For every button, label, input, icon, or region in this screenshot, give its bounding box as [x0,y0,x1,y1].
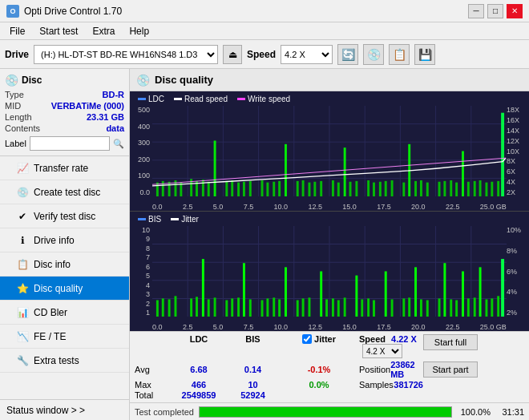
legend-ldc-label: LDC [148,95,164,103]
legend-read-label: Read speed [184,95,228,103]
menu-start-test[interactable]: Start test [33,24,84,38]
disc-quality-header: 💿 Disc quality [130,69,529,91]
drive-selector[interactable]: (H:) HL-DT-ST BD-RE WH16NS48 1.D3 [34,45,218,64]
svg-rect-28 [261,180,264,196]
drive-info-icon: ℹ [16,234,29,247]
transfer-rate-icon: 📈 [16,162,29,175]
y-label-100: 100 [130,172,152,180]
sidebar-item-create-test-disc[interactable]: 💿 Create test disc [0,180,129,204]
svg-rect-21 [208,182,210,196]
svg-rect-31 [278,181,281,196]
disc-mid-row: MID VERBATiMe (000) [5,101,124,111]
disc-type-value: BD-R [103,90,125,99]
status-window-button[interactable]: Status window > > [0,399,129,420]
x-label-22-5-bottom: 22.5 [446,323,460,331]
status-text: Test completed [135,407,194,417]
minimize-button[interactable]: ─ [468,4,484,18]
sidebar-label-cd-bier: CD Bler [34,307,67,318]
start-part-button[interactable]: Start part [423,361,478,378]
avg-jitter: -0.1% [279,365,359,374]
x-label-25-top: 25.0 GB [480,203,507,211]
sidebar-item-transfer-rate[interactable]: 📈 Transfer rate [0,156,129,180]
disc-label-icon[interactable]: 🔍 [113,139,124,149]
total-label: Total [135,390,171,400]
y-label-10-b: 10 [130,226,152,234]
legend-ldc: LDC [138,95,164,103]
sidebar: 💿 Disc Type BD-R MID VERBATiMe (000) Len… [0,69,130,420]
svg-rect-54 [443,181,446,196]
disc-info-icon: 📋 [16,258,29,271]
legend-write-label: Write speed [248,95,290,103]
menu-help[interactable]: Help [123,24,155,38]
svg-rect-58 [467,182,470,196]
y-label-400: 400 [130,123,152,131]
svg-rect-80 [168,299,171,317]
sidebar-item-disc-info[interactable]: 📋 Disc info [0,252,129,277]
close-button[interactable]: ✕ [507,4,523,18]
svg-rect-45 [379,182,382,196]
disc-mid-value: VERBATiMe (000) [51,101,124,111]
y-right-12x: 12X [507,137,529,145]
y-axis-right-bottom: 10% 8% 6% 4% 2% [507,226,529,317]
svg-rect-81 [175,296,177,317]
eject-button[interactable]: ⏏ [223,45,242,64]
jitter-checkbox[interactable] [302,334,312,344]
svg-rect-27 [249,181,252,196]
svg-rect-30 [273,182,275,196]
svg-rect-37 [320,181,322,196]
menu-extra[interactable]: Extra [86,24,121,38]
svg-rect-40 [344,147,346,196]
svg-rect-105 [355,276,357,317]
svg-rect-106 [361,299,363,317]
svg-rect-108 [373,300,375,317]
svg-rect-112 [408,297,410,317]
svg-rect-96 [285,267,287,317]
title-bar-controls: ─ □ ✕ [468,4,523,18]
speed-selector[interactable]: 4.2 X [281,45,333,64]
disc-icon-button[interactable]: 💿 [363,44,384,65]
sidebar-item-drive-info[interactable]: ℹ Drive info [0,228,129,252]
sidebar-label-disc-info: Disc info [34,259,71,270]
progress-bar-outer [199,406,452,418]
refresh-button[interactable]: 🔄 [337,44,358,65]
top-chart: LDC Read speed Write speed 500 400 30 [130,91,529,212]
svg-rect-55 [450,180,452,196]
y-right-10x: 10X [507,147,529,155]
samples-value: 381726 [394,380,423,390]
stats-panel: LDC BIS Jitter Speed 4.22 X 4.2 X [130,331,529,402]
svg-rect-36 [313,182,316,196]
sidebar-nav: 📈 Transfer rate 💿 Create test disc ✔ Ver… [0,156,129,399]
svg-rect-120 [462,272,464,317]
y-axis-right-top: 18X 16X 14X 12X 10X 8X 6X 4X 2X [507,106,529,196]
x-label-5-top: 5.0 [213,203,224,211]
x-label-0-top: 0.0 [152,203,163,211]
max-bis: 10 [227,380,279,390]
sidebar-item-extra-tests[interactable]: 🔧 Extra tests [0,349,129,373]
disc-info-button[interactable]: 📋 [389,44,410,65]
x-label-7-5-bottom: 7.5 [244,323,254,331]
menu-file[interactable]: File [3,24,31,38]
top-chart-svg [152,106,507,196]
stats-speed-select[interactable]: 4.2 X [362,344,402,358]
disc-label-input[interactable] [30,136,110,151]
sidebar-item-fe-te[interactable]: 📉 FE / TE [0,325,129,349]
svg-rect-84 [202,259,204,317]
sidebar-label-fe-te: FE / TE [34,331,66,342]
disc-label-text: Label [5,139,26,148]
disc-length-row: Length 23.31 GB [5,112,124,122]
y-right-2x: 2X [507,188,529,196]
start-full-button[interactable]: Start full [423,334,478,350]
y-right-2p: 2% [507,309,529,317]
svg-rect-113 [414,267,417,317]
save-button[interactable]: 💾 [414,44,435,65]
maximize-button[interactable]: □ [487,4,503,18]
y-label-7-b: 7 [130,253,152,261]
sidebar-item-verify-test-disc[interactable]: ✔ Verify test disc [0,204,129,228]
main-area: 💿 Disc Type BD-R MID VERBATiMe (000) Len… [0,69,529,420]
sidebar-item-cd-bier[interactable]: 📊 CD Bler [0,301,129,325]
svg-rect-51 [420,180,422,196]
position-row: Position 23862 MB [359,360,423,379]
create-test-disc-icon: 💿 [16,186,29,199]
sidebar-item-disc-quality[interactable]: ⭐ Disc quality [0,277,129,301]
svg-rect-116 [438,298,441,317]
